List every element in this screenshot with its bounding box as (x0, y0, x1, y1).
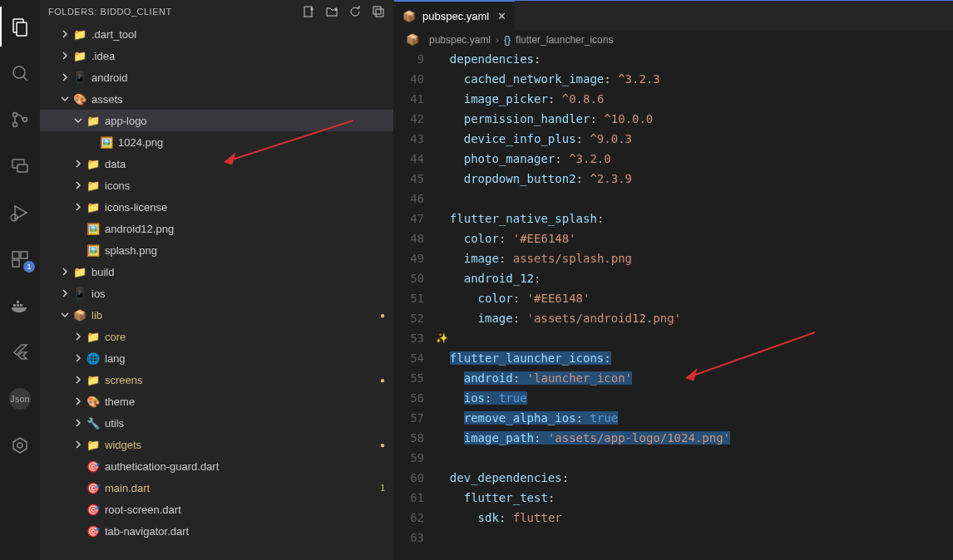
code-line[interactable]: ios: true (436, 388, 953, 408)
file-type-icon: 🖼️ (86, 223, 101, 235)
folder-row[interactable]: 📁screens● (40, 369, 393, 391)
extensions-icon[interactable]: 1 (0, 239, 40, 279)
chevron-icon (60, 288, 73, 298)
line-number: 60 (394, 468, 424, 488)
line-number: 55 (394, 368, 424, 388)
code-line[interactable]: flutter_native_splash: (436, 209, 953, 228)
code-line[interactable]: ✨ (436, 328, 953, 348)
code-line[interactable]: flutter_test: (436, 488, 953, 508)
docker-icon[interactable] (0, 286, 40, 326)
folder-row[interactable]: 📁icons (40, 174, 393, 196)
folder-row[interactable]: 📁.idea (40, 45, 393, 66)
tree-label: tab-navigator.dart (105, 525, 393, 538)
code-line[interactable]: cached_network_image: ^3.2.3 (436, 69, 953, 89)
git-dot: ● (380, 311, 385, 320)
folder-row[interactable]: 📱android (40, 66, 393, 88)
code-line[interactable]: flutter_launcher_icons: (436, 348, 953, 368)
code-line[interactable]: image_picker: ^0.8.6 (436, 89, 953, 109)
code-line[interactable]: device_info_plus: ^9.0.3 (436, 129, 953, 149)
file-row[interactable]: 🖼️1024.png (40, 131, 393, 153)
line-gutter: 9404142434445464748495051525354555657585… (394, 49, 436, 560)
file-type-icon: 🎯 (86, 504, 101, 516)
breadcrumb-file[interactable]: pubspec.yaml (429, 34, 491, 46)
folder-row[interactable]: 🔧utils (40, 412, 393, 434)
folder-row[interactable]: 📦lib● (40, 304, 393, 326)
svg-point-10 (11, 214, 17, 221)
json-icon[interactable]: Json (0, 379, 40, 419)
code-line[interactable]: image_path: 'assets/app-logo/1024.png' (436, 428, 953, 448)
chat-icon[interactable] (0, 146, 40, 186)
new-file-icon[interactable] (302, 5, 315, 18)
file-row[interactable]: 🎯authetication-guard.dart (40, 455, 393, 477)
code-line[interactable]: remove_alpha_ios: true (436, 408, 953, 428)
sidebar-actions (302, 5, 385, 18)
folder-row[interactable]: 📁app-logo (40, 110, 393, 131)
line-number: 9 (394, 49, 424, 69)
folder-row[interactable]: 🎨theme (40, 391, 393, 412)
file-row[interactable]: 🎯main.dart1 (40, 477, 393, 499)
close-icon[interactable]: ✕ (497, 10, 506, 22)
breadcrumbs[interactable]: 📦 pubspec.yaml › {} flutter_launcher_ico… (394, 30, 953, 49)
explorer-icon[interactable] (0, 7, 40, 47)
svg-rect-25 (373, 7, 381, 14)
code-line[interactable]: color: '#EE6148' (436, 228, 953, 248)
svg-rect-11 (12, 252, 19, 258)
file-row[interactable]: 🎯tab-navigator.dart (40, 520, 393, 542)
file-row[interactable]: 🎯root-screen.dart (40, 499, 393, 520)
folder-row[interactable]: 📱ios (40, 282, 393, 304)
folder-row[interactable]: 📁data (40, 153, 393, 174)
code-line[interactable]: dependencies: (436, 49, 953, 69)
svg-rect-15 (17, 304, 19, 307)
code-line[interactable] (436, 448, 953, 468)
line-number: 46 (394, 189, 424, 209)
code-line[interactable]: android_12: (436, 268, 953, 288)
folder-row[interactable]: 📁core (40, 326, 393, 347)
chevron-icon (60, 29, 73, 39)
tree-label: theme (105, 395, 393, 408)
breadcrumb-symbol[interactable]: flutter_launcher_icons (516, 34, 613, 46)
file-tree[interactable]: 📁.dart_tool📁.idea📱android🎨assets📁app-log… (40, 23, 393, 560)
file-row[interactable]: 🖼️android12.png (40, 218, 393, 239)
run-debug-icon[interactable] (0, 193, 40, 233)
file-type-icon: 📱 (73, 71, 88, 84)
folder-row[interactable]: 📁.dart_tool (40, 23, 393, 45)
tab-pubspec[interactable]: 📦 pubspec.yaml ✕ (394, 1, 515, 30)
svg-point-19 (17, 443, 22, 448)
code-line[interactable]: image: 'assets/android12.png' (436, 308, 953, 328)
code-line[interactable]: sdk: flutter (436, 508, 953, 528)
code-line[interactable]: dropdown_button2: ^2.3.9 (436, 169, 953, 189)
chevron-icon (60, 72, 73, 82)
chevron-icon (73, 180, 86, 190)
kubernetes-icon[interactable] (0, 425, 40, 465)
folder-row[interactable]: 📁build (40, 261, 393, 282)
code-line[interactable]: photo_manager: ^3.2.0 (436, 149, 953, 169)
folder-row[interactable]: 🌐lang (40, 347, 393, 369)
file-type-icon: 🎨 (86, 395, 101, 408)
svg-rect-26 (376, 9, 383, 17)
tree-label: splash.png (105, 244, 393, 257)
line-number: 54 (394, 348, 424, 368)
code-line[interactable]: dev_dependencies: (436, 468, 953, 488)
code-line[interactable] (436, 528, 953, 548)
refresh-icon[interactable] (348, 5, 362, 18)
flutter-icon[interactable] (0, 332, 40, 372)
line-number: 44 (394, 149, 424, 169)
code-line[interactable] (436, 189, 953, 209)
source-control-icon[interactable] (0, 100, 40, 140)
folder-row[interactable]: 📁icons-license (40, 196, 393, 218)
folder-row[interactable]: 📁widgets● (40, 434, 393, 455)
new-folder-icon[interactable] (325, 5, 338, 18)
code-area[interactable]: 9404142434445464748495051525354555657585… (394, 49, 953, 560)
svg-line-3 (23, 76, 27, 81)
svg-rect-1 (17, 22, 27, 36)
line-number: 42 (394, 109, 424, 129)
code-line[interactable]: image: assets/splash.png (436, 248, 953, 268)
folder-row[interactable]: 🎨assets (40, 88, 393, 110)
code-content[interactable]: dependencies: cached_network_image: ^3.2… (436, 49, 953, 560)
code-line[interactable]: permission_handler: ^10.0.0 (436, 109, 953, 129)
code-line[interactable]: color: '#EE6148' (436, 288, 953, 308)
code-line[interactable]: android: 'launcher_icon' (436, 368, 953, 388)
collapse-icon[interactable] (372, 5, 385, 18)
search-icon[interactable] (0, 53, 40, 93)
file-row[interactable]: 🖼️splash.png (40, 239, 393, 261)
